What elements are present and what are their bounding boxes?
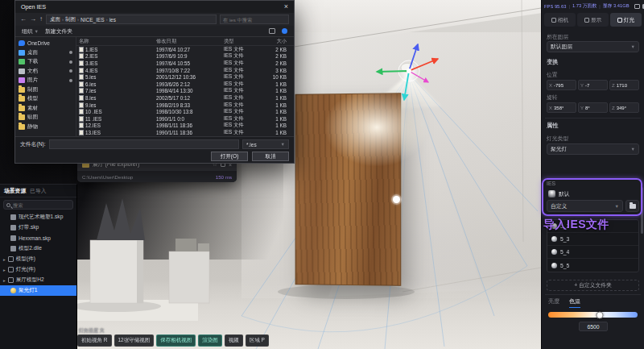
breadcrumb-item[interactable]: 制图 [65,16,76,23]
column-header[interactable]: 修改日期 [154,38,221,45]
slider-handle[interactable] [597,311,604,318]
view-tab-2[interactable]: 灯光 [610,13,642,27]
dialog-sidebar-item[interactable]: 下载 [15,57,76,67]
scene-item[interactable]: Hexxman.skp [0,233,76,243]
ies-file-item[interactable]: 5_3 [547,233,638,246]
tab-icon [617,18,622,23]
dialog-sidebar-item[interactable]: 贴图 [15,113,76,123]
file-row[interactable]: 8.ies2002/5/17 0:12IES 文件1 KB [76,94,294,102]
file-row[interactable]: 11 .IES1990/1/1 0:0IES 文件1 KB [76,115,294,123]
latency-value: 150 ms [216,174,232,180]
organize-menu[interactable]: 组织▼ [22,27,39,35]
file-row[interactable]: 3.IES1997/6/4 10:55IES 文件2 KB [76,60,294,67]
layer-select[interactable]: 默认图层▼ [547,41,639,52]
scene-item[interactable]: ▸灯光(件) [0,264,76,275]
ies-file-item[interactable]: 5_2 [547,220,638,233]
tab-scene-resources[interactable]: 场景资源 [4,187,26,195]
add-custom-folder-button[interactable]: + 自定义文件夹 [547,280,639,291]
forward-icon[interactable]: → [30,16,36,23]
chevron-down-icon: ▼ [631,147,635,152]
ies-file-item[interactable]: 5_5 [547,259,638,272]
back-icon[interactable]: ← [20,16,27,23]
filename-input[interactable] [49,139,239,149]
layout-toggle-icon[interactable] [634,4,640,9]
breadcrumb-item[interactable]: 桌面 [50,16,60,23]
file-row[interactable]: 13.IES1990/1/11 18:36IES 文件1 KB [76,129,294,136]
scene-search-input[interactable] [13,202,70,208]
breadcrumb-item[interactable]: ies [109,17,116,23]
open-button[interactable]: 打开(O) [211,152,248,161]
breadcrumb[interactable]: 桌面›制图›NICE_IES›ies [46,15,217,24]
dialog-sidebar-item[interactable]: 静物 [15,123,76,132]
color-temperature-slider[interactable] [548,312,638,318]
scene-item[interactable]: 模型2.dlie [0,243,76,254]
file-date-cell: 1998/2/19 8:33 [154,102,221,108]
file-row[interactable]: 6.ies1993/6/26 2:12IES 文件1 KB [76,81,294,88]
dialog-sidebar-item[interactable]: 制图 [15,85,76,95]
adjust-tab-0[interactable]: 亮度 [548,297,559,308]
viewport-toolbar-button[interactable]: 渲染图 [198,334,222,347]
scene-item[interactable]: ▸模型(件) [0,254,76,264]
position-x-field[interactable]: X-795 [547,80,576,90]
file-row[interactable]: 1.IES1997/6/4 10:27IES 文件2 KB [76,46,294,53]
dialog-sidebar-item[interactable]: 素材 [15,104,76,114]
sidebar-item-label: 静物 [27,123,38,131]
view-tab-0[interactable]: 相机 [544,13,576,27]
up-icon[interactable]: ↑ [39,16,43,23]
close-icon[interactable]: × [284,3,288,10]
file-row[interactable]: 9.ies1998/2/19 8:33IES 文件1 KB [76,102,294,109]
selection-handle[interactable] [393,196,400,203]
position-z-field[interactable]: Z1710 [609,80,639,90]
color-temperature-value[interactable]: 6500 [579,322,608,331]
scene-item[interactable]: 现代艺术雕塑1.skp [0,212,76,222]
dialog-sidebar-item[interactable]: OneDrive [15,39,76,48]
view-tab-1[interactable]: 显示 [577,13,609,27]
file-row[interactable]: 2.IES1997/6/9 10:9IES 文件2 KB [76,53,294,60]
dialog-sidebar-item[interactable]: 图片 [15,76,76,85]
dialog-sidebar-item[interactable]: 文档 [15,67,76,77]
panel-scrollbar[interactable] [641,187,643,234]
dialog-sidebar-item[interactable]: 模型 [15,94,76,104]
column-header[interactable]: 名称 [76,38,154,45]
tab-imported[interactable]: 已导入 [30,187,46,195]
column-header[interactable]: 大小 [263,38,289,45]
rotation-y-field[interactable]: Y8° [578,102,608,113]
viewport-toolbar-button[interactable]: 保存相机视图 [156,334,196,347]
cancel-button[interactable]: 取消 [252,152,289,161]
axis-label: X [549,106,552,110]
light-type-select[interactable]: 聚光灯▼ [547,143,639,155]
file-row[interactable]: 5.ies2001/12/12 10:36IES 文件10 KB [76,73,294,81]
scene-item[interactable]: ▸展厅模型H2 [0,275,76,285]
column-header[interactable]: 类型 [221,38,263,45]
dialog-file-area: 名称修改日期类型大小 1.IES1997/6/4 10:27IES 文件2 KB… [76,37,294,136]
new-folder-button[interactable]: 新建文件夹 [45,27,72,35]
position-y-field[interactable]: Y-7 [578,80,608,90]
file-row[interactable]: 4.IES1997/10/8 7:22IES 文件3 KB [76,67,294,74]
import-ies-folder-button[interactable] [625,200,639,212]
file-column-headers: 名称修改日期类型大小 [76,37,294,46]
viewport-toolbar-button[interactable]: 视频 [225,334,243,347]
rotation-x-field[interactable]: X358° [547,102,576,113]
dialog-sidebar-item[interactable]: 桌面 [15,48,76,58]
file-filter-select[interactable]: *.ies▼ [242,139,289,149]
scene-item[interactable]: 灯带.skp [0,222,76,233]
view-mode-icon[interactable] [269,28,275,34]
ies-category-select[interactable]: 自定义▼ [547,200,623,212]
info-icon[interactable] [282,28,287,34]
chevron-down-icon: ▼ [35,29,39,34]
ies-file-item[interactable]: 5_4 [547,246,638,259]
viewport-toolbar-button[interactable]: 12张守储视图 [114,334,155,347]
rotation-z-field[interactable]: Z349° [609,102,639,113]
breadcrumb-item[interactable]: NICE_IES [80,17,105,23]
scene-item[interactable]: 聚光灯1 [0,285,76,296]
adjust-tab-1[interactable]: 色温 [569,297,580,308]
ies-file-icon [79,109,84,114]
viewport-toolbar-button[interactable]: 初始视角 R [77,334,112,347]
viewport-toolbar-button[interactable]: 区域 P [246,334,269,347]
dialog-search-input[interactable] [223,17,286,23]
divider [545,294,641,295]
file-row[interactable]: 10 .IES1998/10/30 13:8IES 文件1 KB [76,108,294,115]
file-row[interactable]: 7.ies1998/4/14 13:30IES 文件1 KB [76,88,294,95]
model-icon [10,225,16,231]
file-row[interactable]: 12.IES1998/1/11 18:36IES 文件1 KB [76,123,294,130]
